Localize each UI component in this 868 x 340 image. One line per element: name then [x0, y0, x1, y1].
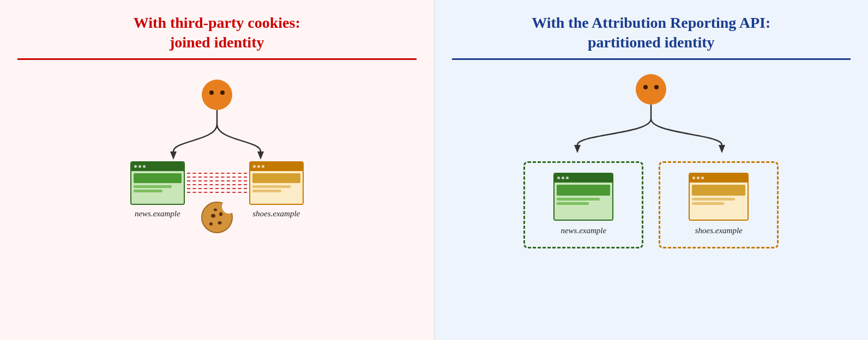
right-green-box: news.example — [523, 161, 643, 248]
right-divider — [452, 58, 851, 60]
left-title-line1: With third-party cookies: — [17, 13, 417, 33]
svg-marker-4 — [170, 151, 177, 160]
left-news-label: news.example — [135, 209, 180, 218]
svg-point-12 — [214, 208, 217, 211]
right-orange-box: shoes.example — [659, 161, 779, 248]
svg-point-0 — [202, 80, 232, 110]
svg-point-7 — [222, 199, 236, 214]
left-diagram-area: news.example — [17, 70, 417, 327]
right-panel-title: With the Attribution Reporting API: part… — [452, 13, 851, 53]
browser-shoes-right-icon — [689, 173, 749, 221]
browser-shoes-icon — [249, 161, 304, 205]
svg-point-11 — [219, 212, 222, 216]
svg-point-9 — [218, 221, 221, 224]
left-browser-news: news.example — [130, 161, 185, 218]
svg-point-14 — [643, 85, 648, 89]
left-title-line2: joined identity — [17, 33, 417, 52]
svg-point-15 — [654, 85, 659, 89]
left-shoes-label: shoes.example — [252, 209, 300, 218]
right-shoes-label: shoes.example — [695, 226, 743, 235]
svg-point-2 — [220, 90, 225, 95]
right-diagram-area: news.example — [452, 70, 851, 327]
right-news-label: news.example — [560, 226, 606, 235]
cookie-svg — [198, 197, 236, 235]
left-browser-shoes: shoes.example — [249, 161, 304, 218]
svg-marker-18 — [719, 145, 725, 153]
cookie-icon — [198, 197, 236, 235]
right-title-line2: partitioned identity — [452, 33, 851, 52]
left-diagram: news.example — [17, 70, 417, 218]
browser-news-right-icon — [553, 173, 613, 221]
browser-news-icon — [130, 161, 185, 205]
svg-point-10 — [209, 222, 213, 226]
svg-point-8 — [211, 214, 215, 217]
svg-marker-17 — [574, 145, 581, 153]
left-panel: With third-party cookies: joined identit… — [0, 0, 435, 340]
left-panel-title: With third-party cookies: joined identit… — [17, 13, 417, 53]
svg-marker-5 — [257, 151, 264, 160]
right-title-line1: With the Attribution Reporting API: — [452, 13, 851, 33]
left-divider — [17, 58, 417, 60]
svg-point-13 — [636, 74, 666, 105]
right-panel: With the Attribution Reporting API: part… — [435, 0, 869, 340]
svg-point-1 — [209, 90, 214, 95]
